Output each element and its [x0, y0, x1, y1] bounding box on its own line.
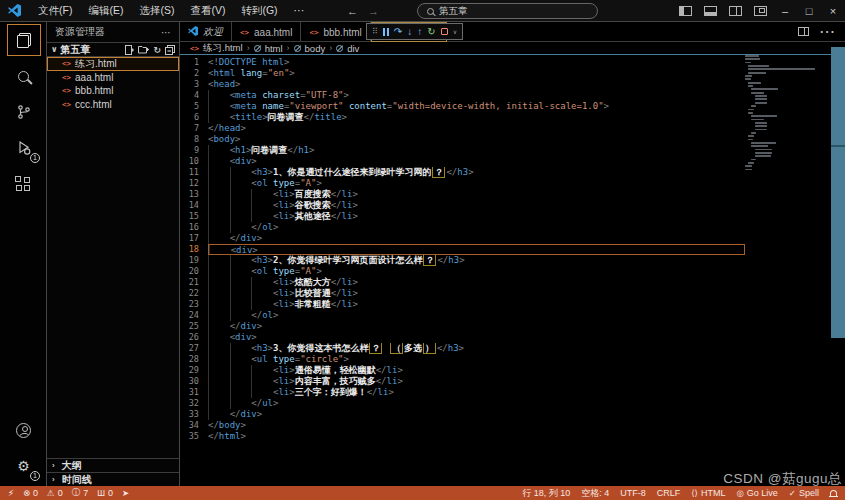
breadcrumb-item[interactable]: div	[347, 43, 359, 54]
step-over-icon[interactable]: ↷	[394, 27, 402, 37]
status-right-item[interactable]: ✓Spell	[789, 488, 819, 498]
breadcrumb-item[interactable]: 练习.html	[203, 42, 243, 55]
debug-toolbar[interactable]: ⠿ ↷ ↓ ↑ ↻ ∨	[366, 23, 463, 40]
folder-section-header[interactable]: ∨ 第五章 ↻	[47, 42, 179, 57]
status-left-item[interactable]: Ш0	[97, 488, 113, 498]
toggle-sidebar-icon[interactable]	[679, 6, 692, 16]
status-left-item[interactable]: ⓘ7	[72, 487, 89, 499]
status-left-item[interactable]: ➤	[122, 488, 129, 498]
menu-item[interactable]: 选择(S)	[132, 2, 181, 20]
split-editor-icon[interactable]	[798, 27, 809, 36]
command-center-search[interactable]: 第五章	[417, 3, 598, 19]
code-line[interactable]: 12<ol type="A">	[180, 178, 745, 189]
stop-icon[interactable]	[441, 28, 448, 35]
tab-inactive[interactable]: <>bbb.html	[301, 22, 370, 42]
file-item[interactable]: <>练习.html	[47, 57, 179, 71]
activity-explorer[interactable]	[0, 22, 47, 58]
activity-search[interactable]	[0, 58, 47, 94]
tab-inactive[interactable]: 欢迎	[180, 22, 232, 42]
code-line[interactable]: 9<h1>问卷调查</h1>	[180, 145, 745, 156]
activity-extensions[interactable]	[0, 166, 47, 202]
stop-dropdown-icon[interactable]: ∨	[453, 28, 457, 35]
nav-forward-icon[interactable]: →	[368, 5, 379, 17]
code-line[interactable]: 6<title>问卷调查</title>	[180, 112, 745, 123]
menu-item[interactable]: 文件(F)	[31, 2, 79, 20]
code-line[interactable]: 4<meta charset="UTF-8">	[180, 90, 745, 101]
code-line[interactable]: 30<li>内容丰富，技巧贼多</li>	[180, 376, 745, 387]
code-line[interactable]: 23<li>非常粗糙</li>	[180, 299, 745, 310]
code-line[interactable]: 33</div>	[180, 409, 745, 420]
code-line[interactable]: 31<li>三个字：好到爆！</li>	[180, 387, 745, 398]
code-line[interactable]: 32</ul>	[180, 398, 745, 409]
restart-icon[interactable]: ↻	[427, 27, 435, 37]
code-line[interactable]: 13<li>百度搜索</li>	[180, 189, 745, 200]
status-right-item[interactable]: ◎Go Live	[736, 488, 777, 498]
code-line[interactable]: 17</div>	[180, 233, 745, 244]
status-right-item[interactable]: 行 18, 列 10	[522, 487, 570, 500]
code-editor[interactable]: 1<!DOCTYPE html>2<html lang="en">3<head>…	[180, 55, 745, 442]
code-line[interactable]: 18<div>	[180, 244, 745, 255]
new-folder-icon[interactable]	[138, 45, 149, 54]
vertical-scrollbar[interactable]	[831, 47, 845, 338]
status-right-item[interactable]: ⟨⟩HTML	[691, 488, 725, 498]
code-line[interactable]: 25</div>	[180, 321, 745, 332]
file-item[interactable]: <>aaa.html	[47, 71, 179, 85]
explorer-more-actions-icon[interactable]: ⋯	[161, 27, 171, 38]
menu-item[interactable]: 转到(G)	[234, 2, 284, 20]
maximize-button[interactable]: □	[797, 5, 821, 17]
code-line[interactable]: 21<li>炫酷大方</li>	[180, 277, 745, 288]
code-line[interactable]: 14<li>谷歌搜索</li>	[180, 200, 745, 211]
status-right-item[interactable]	[830, 490, 837, 496]
status-right-item[interactable]: UTF-8	[620, 488, 646, 498]
timeline-section[interactable]: › 时间线	[47, 472, 179, 486]
refresh-icon[interactable]: ↻	[153, 45, 161, 55]
activity-account[interactable]	[0, 412, 47, 448]
pause-icon[interactable]	[383, 28, 389, 36]
activity-settings[interactable]: ⚙ 1	[0, 448, 47, 484]
editor-more-actions-icon[interactable]: ⋯	[819, 22, 835, 41]
code-line[interactable]: 26<div>	[180, 332, 745, 343]
code-line[interactable]: 3<head>	[180, 79, 745, 90]
code-line[interactable]: 20<ol type="A">	[180, 266, 745, 277]
code-line[interactable]: 2<html lang="en">	[180, 68, 745, 79]
breadcrumb-item[interactable]: body	[305, 43, 326, 54]
code-line[interactable]: 34</body>	[180, 420, 745, 431]
status-left-item[interactable]: ⊗0	[23, 488, 38, 498]
code-line[interactable]: 24</ol>	[180, 310, 745, 321]
code-line[interactable]: 15<li>其他途径</li>	[180, 211, 745, 222]
outline-section[interactable]: › 大纲	[47, 458, 179, 472]
close-window-button[interactable]: ×	[821, 5, 845, 17]
code-line[interactable]: 5<meta name="viewport" content="width=de…	[180, 101, 745, 112]
menu-item[interactable]: 查看(V)	[183, 2, 232, 20]
minimap[interactable]	[745, 55, 830, 485]
nav-back-icon[interactable]: ←	[347, 5, 358, 17]
code-line[interactable]: 10<div>	[180, 156, 745, 167]
breadcrumb-item[interactable]: html	[265, 43, 283, 54]
status-right-item[interactable]: CRLF	[657, 488, 681, 498]
code-line[interactable]: 16</ol>	[180, 222, 745, 233]
code-line[interactable]: 29<li>通俗易懂，轻松幽默</li>	[180, 365, 745, 376]
code-line[interactable]: 8<body>	[180, 134, 745, 145]
code-line[interactable]: 19<h3>2、你觉得绿叶学习网页面设计怎么样？</h3>	[180, 255, 745, 266]
toggle-panel-icon[interactable]	[704, 6, 717, 16]
menu-item[interactable]: 编辑(E)	[81, 2, 130, 20]
new-file-icon[interactable]	[125, 45, 134, 55]
code-line[interactable]: 35</html>	[180, 431, 745, 442]
file-item[interactable]: <>ccc.html	[47, 98, 179, 112]
minimize-button[interactable]: –	[773, 5, 797, 17]
code-line[interactable]: 28<ul type="circle">	[180, 354, 745, 365]
activity-source-control[interactable]	[0, 94, 47, 130]
status-left-item[interactable]: ⚠0	[47, 488, 63, 498]
file-item[interactable]: <>bbb.html	[47, 84, 179, 98]
step-out-icon[interactable]: ↑	[417, 27, 422, 37]
tab-inactive[interactable]: <>aaa.html	[232, 22, 301, 42]
status-right-item[interactable]: 空格: 4	[581, 487, 609, 500]
collapse-all-icon[interactable]	[165, 45, 175, 55]
menu-item[interactable]: ⋯	[287, 2, 312, 20]
drag-handle-icon[interactable]: ⠿	[372, 27, 378, 36]
code-line[interactable]: 22<li>比较普通</li>	[180, 288, 745, 299]
customize-layout-icon[interactable]	[754, 6, 767, 16]
status-left-item[interactable]: ⚡	[8, 488, 14, 498]
code-line[interactable]: 1<!DOCTYPE html>	[180, 57, 745, 68]
code-line[interactable]: 27<h3>3、你觉得这本书怎么样？ （多选）</h3>	[180, 343, 745, 354]
